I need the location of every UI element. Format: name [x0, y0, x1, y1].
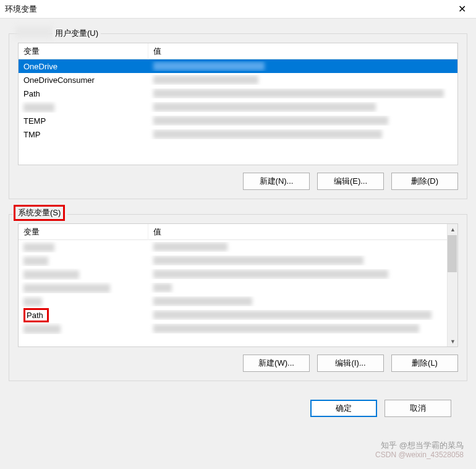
val-cell: [148, 310, 457, 320]
dialog-buttons: 确定 取消: [9, 396, 467, 417]
system-label-highlight: 系统变量(S): [14, 205, 65, 221]
var-cell-path: Path: [19, 308, 148, 323]
system-edit-button[interactable]: 编辑(I)...: [317, 355, 384, 372]
username-blur: [15, 27, 53, 38]
table-row[interactable]: [19, 322, 457, 335]
table-row[interactable]: [19, 281, 457, 295]
var-cell: [19, 282, 148, 293]
user-variables-group: 用户变量(U) 变量 值 OneDrive OneDriveConsumer P…: [9, 33, 467, 199]
user-list-body: OneDrive OneDriveConsumer Path TEMP: [19, 59, 457, 141]
watermark: 知乎 @想当学霸的菜鸟 CSDN @weixin_43528058: [375, 441, 464, 460]
val-cell: [148, 88, 457, 98]
scrollbar[interactable]: ▲ ▼: [447, 224, 457, 346]
table-row[interactable]: [19, 100, 457, 114]
table-row-path[interactable]: Path: [19, 308, 457, 322]
val-cell: [148, 324, 457, 333]
table-row[interactable]: TMP: [19, 127, 457, 141]
table-row[interactable]: [19, 295, 457, 308]
var-cell: OneDriveConsumer: [19, 75, 148, 85]
system-col-variable[interactable]: 变量: [19, 224, 148, 240]
titlebar: 环境变量 ✕: [0, 0, 476, 19]
system-variables-label-text: 系统变量(S): [18, 208, 61, 217]
table-row[interactable]: TEMP: [19, 114, 457, 127]
val-cell: [148, 129, 457, 139]
var-cell: OneDrive: [19, 61, 148, 72]
val-cell: [148, 116, 457, 126]
var-cell: [19, 296, 148, 307]
watermark-line2: CSDN @weixin_43528058: [375, 450, 464, 460]
user-edit-button[interactable]: 编辑(E)...: [317, 173, 384, 190]
user-delete-button[interactable]: 删除(D): [391, 173, 458, 190]
user-buttons: 新建(N)... 编辑(E)... 删除(D): [18, 173, 458, 190]
close-icon[interactable]: ✕: [453, 3, 471, 15]
user-new-button[interactable]: 新建(N)...: [243, 173, 310, 190]
system-variables-group: 系统变量(S) 变量 值: [9, 214, 467, 381]
table-row[interactable]: [19, 267, 457, 281]
val-cell: [148, 256, 457, 265]
val-cell: [148, 283, 457, 293]
scroll-down-icon[interactable]: ▼: [448, 336, 458, 346]
user-col-value[interactable]: 值: [148, 43, 457, 59]
system-list-body: Path: [19, 240, 457, 335]
cancel-button[interactable]: 取消: [385, 400, 451, 417]
system-variables-label: 系统变量(S): [13, 207, 67, 221]
user-variables-label-text: 用户变量(U): [55, 28, 98, 38]
user-variables-label: 用户变量(U): [53, 28, 101, 39]
var-cell: Path: [19, 88, 148, 99]
var-cell: [19, 323, 148, 334]
val-cell: [148, 296, 457, 306]
user-variables-list[interactable]: 变量 值 OneDrive OneDriveConsumer Path: [18, 43, 458, 165]
var-cell: [19, 241, 148, 252]
var-cell: TMP: [19, 129, 148, 140]
table-row[interactable]: Path: [19, 87, 457, 100]
val-cell: [148, 269, 457, 279]
var-cell: [19, 269, 148, 280]
system-delete-button[interactable]: 删除(L): [391, 355, 458, 372]
user-list-header: 变量 值: [19, 43, 457, 59]
var-cell: TEMP: [19, 116, 148, 126]
watermark-line1: 知乎 @想当学霸的菜鸟: [375, 441, 464, 451]
scroll-thumb[interactable]: [448, 235, 457, 272]
table-row[interactable]: OneDrive: [19, 59, 457, 73]
var-cell: [19, 101, 148, 113]
system-col-value[interactable]: 值: [148, 224, 457, 240]
val-cell: [148, 75, 457, 85]
scroll-up-icon[interactable]: ▲: [448, 224, 458, 234]
system-variables-list[interactable]: 变量 值: [18, 223, 458, 347]
system-buttons: 新建(W)... 编辑(I)... 删除(L): [18, 355, 458, 372]
user-col-variable[interactable]: 变量: [19, 43, 148, 59]
table-row[interactable]: [19, 254, 457, 267]
system-list-header: 变量 值: [19, 224, 457, 240]
table-row[interactable]: OneDriveConsumer: [19, 73, 457, 87]
path-label-text: Path: [27, 311, 43, 320]
val-cell: [148, 242, 457, 252]
path-highlight: Path: [23, 308, 49, 322]
ok-button[interactable]: 确定: [310, 400, 377, 417]
val-cell: [148, 61, 457, 71]
val-cell: [148, 102, 457, 112]
system-new-button[interactable]: 新建(W)...: [243, 355, 310, 372]
var-cell: [19, 255, 148, 266]
table-row[interactable]: [19, 240, 457, 254]
dialog-content: 用户变量(U) 变量 值 OneDrive OneDriveConsumer P…: [0, 19, 476, 423]
window-title: 环境变量: [5, 4, 37, 15]
